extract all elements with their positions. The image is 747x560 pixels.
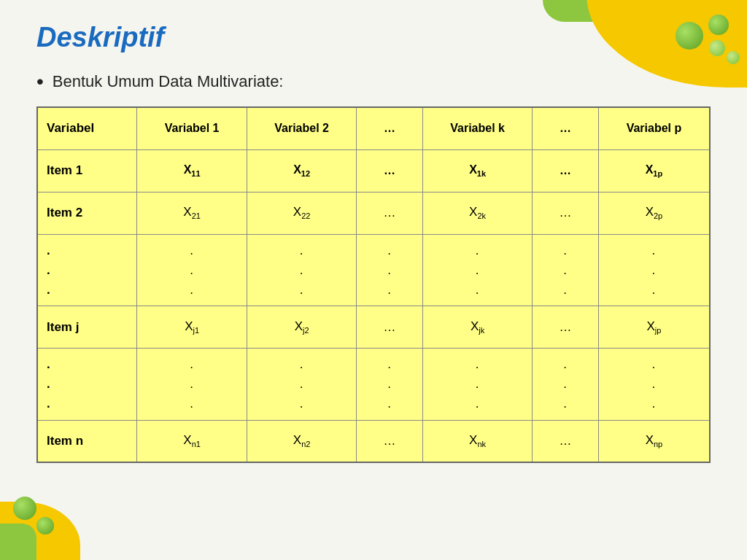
row-label-itemn: Item n [37, 420, 137, 462]
cell-x22: X22 [247, 192, 356, 234]
cell-xj2: Xj2 [247, 306, 356, 349]
cell-dots-row1b: … [533, 149, 599, 192]
cell-x2p: X2p [598, 192, 710, 234]
data-table: Variabel Variabel 1 Variabel 2 … Variabe… [36, 106, 711, 463]
table-row-dots1: ... ... ... ... ... ... ... [37, 234, 710, 306]
cell-xn1: Xn1 [137, 420, 247, 462]
dots-col6: ... [598, 234, 710, 306]
cell-xn2: Xn2 [247, 420, 356, 462]
dots-col3: ... [357, 234, 423, 306]
row-label-item2: Item 2 [37, 192, 137, 234]
dots2-col2: ... [247, 349, 356, 421]
dots-col5: ... [533, 234, 599, 306]
cell-dots-row2: … [357, 192, 423, 234]
dots-col4: ... [422, 234, 532, 306]
cell-dots-rowjb: … [533, 306, 599, 349]
header-vark: Variabel k [422, 107, 532, 149]
header-var1: Variabel 1 [137, 107, 247, 149]
dots2-col0: ... [37, 349, 137, 421]
cell-xnp: Xnp [598, 420, 710, 462]
cell-dots-rown: … [357, 420, 423, 462]
cell-xj1: Xj1 [137, 306, 247, 349]
table-row-dots2: ... ... ... ... ... ... ... [37, 349, 710, 421]
cell-x1p: X1p [598, 149, 710, 192]
cell-xjp: Xjp [598, 306, 710, 349]
header-variabel: Variabel [37, 107, 137, 149]
table-row: Item 2 X21 X22 … X2k … X2p [37, 192, 710, 234]
cell-x2k: X2k [422, 192, 532, 234]
dots2-col4: ... [422, 349, 532, 421]
row-label-itemj: Item j [37, 306, 137, 349]
header-ellipsis2: … [533, 107, 599, 149]
dots-col0: ... [37, 234, 137, 306]
cell-x12: X12 [247, 149, 356, 192]
row-label-item1: Item 1 [37, 149, 137, 192]
table-row: Item n Xn1 Xn2 … Xnk … Xnp [37, 420, 710, 462]
main-content: Deskriptif • Bentuk Umum Data Multivaria… [0, 0, 747, 560]
bullet-dot: • [36, 71, 44, 92]
dots-col2: ... [247, 234, 356, 306]
dots2-col3: ... [357, 349, 423, 421]
dots2-col6: ... [598, 349, 710, 421]
cell-x21: X21 [137, 192, 247, 234]
dots-col1: ... [137, 234, 247, 306]
header-ellipsis1: … [357, 107, 423, 149]
cell-dots-rowj: … [357, 306, 423, 349]
dots2-col1: ... [137, 349, 247, 421]
page-title: Deskriptif [36, 22, 711, 53]
cell-xnk: Xnk [422, 420, 532, 462]
bullet-line: • Bentuk Umum Data Multivariate: [36, 71, 711, 92]
cell-xjk: Xjk [422, 306, 532, 349]
cell-dots-row2b: … [533, 192, 599, 234]
cell-dots-rownb: … [533, 420, 599, 462]
table-row: Item 1 X11 X12 … X1k … X1p [37, 149, 710, 192]
table-header-row: Variabel Variabel 1 Variabel 2 … Variabe… [37, 107, 710, 149]
header-var2: Variabel 2 [247, 107, 356, 149]
bullet-text: Bentuk Umum Data Multivariate: [53, 72, 284, 91]
table-row: Item j Xj1 Xj2 … Xjk … Xjp [37, 306, 710, 349]
cell-x11: X11 [137, 149, 247, 192]
dots2-col5: ... [533, 349, 599, 421]
cell-dots-row1: … [357, 149, 423, 192]
header-varp: Variabel p [598, 107, 710, 149]
cell-x1k: X1k [422, 149, 532, 192]
